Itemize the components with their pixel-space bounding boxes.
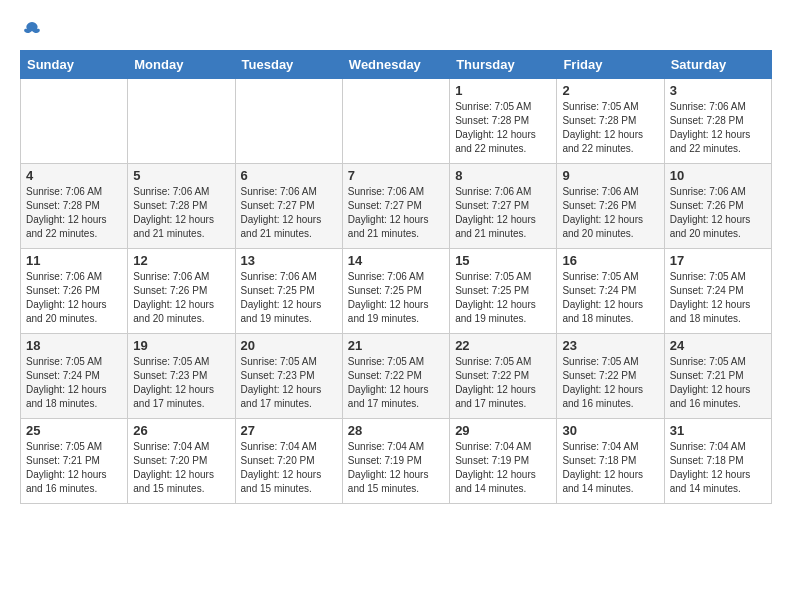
day-number: 2: [562, 83, 658, 98]
day-number: 13: [241, 253, 337, 268]
calendar-header-row: SundayMondayTuesdayWednesdayThursdayFrid…: [21, 51, 772, 79]
calendar-cell: [342, 79, 449, 164]
day-number: 8: [455, 168, 551, 183]
day-number: 31: [670, 423, 766, 438]
day-info: Sunrise: 7:05 AM Sunset: 7:28 PM Dayligh…: [562, 100, 658, 156]
day-number: 29: [455, 423, 551, 438]
day-info: Sunrise: 7:04 AM Sunset: 7:19 PM Dayligh…: [348, 440, 444, 496]
calendar-cell: 31Sunrise: 7:04 AM Sunset: 7:18 PM Dayli…: [664, 419, 771, 504]
day-info: Sunrise: 7:06 AM Sunset: 7:26 PM Dayligh…: [133, 270, 229, 326]
day-number: 30: [562, 423, 658, 438]
calendar-cell: 12Sunrise: 7:06 AM Sunset: 7:26 PM Dayli…: [128, 249, 235, 334]
day-info: Sunrise: 7:06 AM Sunset: 7:26 PM Dayligh…: [562, 185, 658, 241]
day-of-week-header: Friday: [557, 51, 664, 79]
day-of-week-header: Thursday: [450, 51, 557, 79]
calendar-table: SundayMondayTuesdayWednesdayThursdayFrid…: [20, 50, 772, 504]
calendar-cell: 20Sunrise: 7:05 AM Sunset: 7:23 PM Dayli…: [235, 334, 342, 419]
day-info: Sunrise: 7:06 AM Sunset: 7:27 PM Dayligh…: [455, 185, 551, 241]
day-info: Sunrise: 7:06 AM Sunset: 7:25 PM Dayligh…: [348, 270, 444, 326]
calendar-cell: 16Sunrise: 7:05 AM Sunset: 7:24 PM Dayli…: [557, 249, 664, 334]
calendar-cell: 6Sunrise: 7:06 AM Sunset: 7:27 PM Daylig…: [235, 164, 342, 249]
calendar-cell: 23Sunrise: 7:05 AM Sunset: 7:22 PM Dayli…: [557, 334, 664, 419]
day-of-week-header: Sunday: [21, 51, 128, 79]
calendar-cell: [128, 79, 235, 164]
day-info: Sunrise: 7:04 AM Sunset: 7:18 PM Dayligh…: [562, 440, 658, 496]
day-number: 1: [455, 83, 551, 98]
day-number: 22: [455, 338, 551, 353]
calendar-week-row: 11Sunrise: 7:06 AM Sunset: 7:26 PM Dayli…: [21, 249, 772, 334]
calendar-cell: [21, 79, 128, 164]
calendar-cell: 1Sunrise: 7:05 AM Sunset: 7:28 PM Daylig…: [450, 79, 557, 164]
day-info: Sunrise: 7:05 AM Sunset: 7:22 PM Dayligh…: [455, 355, 551, 411]
day-info: Sunrise: 7:05 AM Sunset: 7:25 PM Dayligh…: [455, 270, 551, 326]
calendar-cell: 17Sunrise: 7:05 AM Sunset: 7:24 PM Dayli…: [664, 249, 771, 334]
day-number: 15: [455, 253, 551, 268]
day-info: Sunrise: 7:05 AM Sunset: 7:28 PM Dayligh…: [455, 100, 551, 156]
day-number: 18: [26, 338, 122, 353]
day-number: 27: [241, 423, 337, 438]
day-number: 16: [562, 253, 658, 268]
day-number: 7: [348, 168, 444, 183]
day-info: Sunrise: 7:06 AM Sunset: 7:26 PM Dayligh…: [670, 185, 766, 241]
day-number: 11: [26, 253, 122, 268]
day-info: Sunrise: 7:05 AM Sunset: 7:21 PM Dayligh…: [26, 440, 122, 496]
calendar-cell: 29Sunrise: 7:04 AM Sunset: 7:19 PM Dayli…: [450, 419, 557, 504]
day-info: Sunrise: 7:05 AM Sunset: 7:24 PM Dayligh…: [670, 270, 766, 326]
day-of-week-header: Wednesday: [342, 51, 449, 79]
calendar-cell: 9Sunrise: 7:06 AM Sunset: 7:26 PM Daylig…: [557, 164, 664, 249]
calendar-week-row: 4Sunrise: 7:06 AM Sunset: 7:28 PM Daylig…: [21, 164, 772, 249]
calendar-cell: 26Sunrise: 7:04 AM Sunset: 7:20 PM Dayli…: [128, 419, 235, 504]
day-info: Sunrise: 7:04 AM Sunset: 7:19 PM Dayligh…: [455, 440, 551, 496]
day-info: Sunrise: 7:05 AM Sunset: 7:22 PM Dayligh…: [562, 355, 658, 411]
day-info: Sunrise: 7:06 AM Sunset: 7:27 PM Dayligh…: [348, 185, 444, 241]
calendar-cell: 7Sunrise: 7:06 AM Sunset: 7:27 PM Daylig…: [342, 164, 449, 249]
calendar-cell: 25Sunrise: 7:05 AM Sunset: 7:21 PM Dayli…: [21, 419, 128, 504]
day-of-week-header: Saturday: [664, 51, 771, 79]
day-number: 23: [562, 338, 658, 353]
calendar-cell: [235, 79, 342, 164]
calendar-cell: 24Sunrise: 7:05 AM Sunset: 7:21 PM Dayli…: [664, 334, 771, 419]
calendar-cell: 3Sunrise: 7:06 AM Sunset: 7:28 PM Daylig…: [664, 79, 771, 164]
logo-bird-icon: [22, 20, 42, 40]
calendar-cell: 13Sunrise: 7:06 AM Sunset: 7:25 PM Dayli…: [235, 249, 342, 334]
day-of-week-header: Tuesday: [235, 51, 342, 79]
day-info: Sunrise: 7:06 AM Sunset: 7:28 PM Dayligh…: [670, 100, 766, 156]
calendar-cell: 18Sunrise: 7:05 AM Sunset: 7:24 PM Dayli…: [21, 334, 128, 419]
day-info: Sunrise: 7:06 AM Sunset: 7:26 PM Dayligh…: [26, 270, 122, 326]
calendar-cell: 15Sunrise: 7:05 AM Sunset: 7:25 PM Dayli…: [450, 249, 557, 334]
day-number: 21: [348, 338, 444, 353]
day-number: 25: [26, 423, 122, 438]
day-number: 4: [26, 168, 122, 183]
day-number: 14: [348, 253, 444, 268]
day-number: 17: [670, 253, 766, 268]
calendar-cell: 11Sunrise: 7:06 AM Sunset: 7:26 PM Dayli…: [21, 249, 128, 334]
calendar-cell: 10Sunrise: 7:06 AM Sunset: 7:26 PM Dayli…: [664, 164, 771, 249]
day-info: Sunrise: 7:05 AM Sunset: 7:23 PM Dayligh…: [241, 355, 337, 411]
day-number: 10: [670, 168, 766, 183]
calendar-cell: 22Sunrise: 7:05 AM Sunset: 7:22 PM Dayli…: [450, 334, 557, 419]
day-info: Sunrise: 7:04 AM Sunset: 7:18 PM Dayligh…: [670, 440, 766, 496]
day-of-week-header: Monday: [128, 51, 235, 79]
calendar-cell: 4Sunrise: 7:06 AM Sunset: 7:28 PM Daylig…: [21, 164, 128, 249]
day-info: Sunrise: 7:05 AM Sunset: 7:23 PM Dayligh…: [133, 355, 229, 411]
logo: [20, 20, 42, 40]
day-info: Sunrise: 7:06 AM Sunset: 7:28 PM Dayligh…: [26, 185, 122, 241]
calendar-week-row: 1Sunrise: 7:05 AM Sunset: 7:28 PM Daylig…: [21, 79, 772, 164]
day-info: Sunrise: 7:06 AM Sunset: 7:28 PM Dayligh…: [133, 185, 229, 241]
day-number: 26: [133, 423, 229, 438]
calendar-cell: 14Sunrise: 7:06 AM Sunset: 7:25 PM Dayli…: [342, 249, 449, 334]
day-number: 6: [241, 168, 337, 183]
header: [20, 20, 772, 40]
calendar-week-row: 18Sunrise: 7:05 AM Sunset: 7:24 PM Dayli…: [21, 334, 772, 419]
day-info: Sunrise: 7:06 AM Sunset: 7:27 PM Dayligh…: [241, 185, 337, 241]
day-number: 28: [348, 423, 444, 438]
day-info: Sunrise: 7:04 AM Sunset: 7:20 PM Dayligh…: [133, 440, 229, 496]
calendar-cell: 28Sunrise: 7:04 AM Sunset: 7:19 PM Dayli…: [342, 419, 449, 504]
day-number: 5: [133, 168, 229, 183]
calendar-cell: 8Sunrise: 7:06 AM Sunset: 7:27 PM Daylig…: [450, 164, 557, 249]
calendar-cell: 30Sunrise: 7:04 AM Sunset: 7:18 PM Dayli…: [557, 419, 664, 504]
day-number: 19: [133, 338, 229, 353]
day-number: 20: [241, 338, 337, 353]
day-info: Sunrise: 7:05 AM Sunset: 7:22 PM Dayligh…: [348, 355, 444, 411]
day-info: Sunrise: 7:04 AM Sunset: 7:20 PM Dayligh…: [241, 440, 337, 496]
